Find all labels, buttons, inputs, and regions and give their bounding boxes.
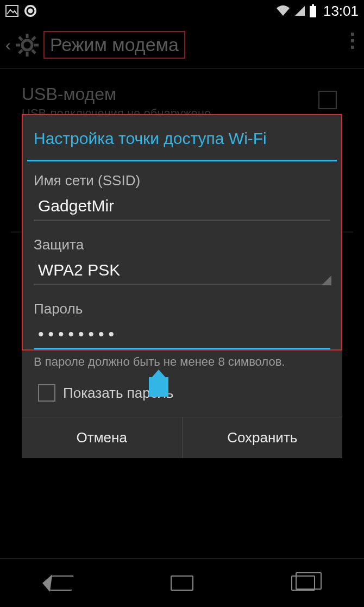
dialog-button-bar: Отмена Сохранить (22, 417, 342, 458)
signal-icon (294, 5, 306, 17)
wifi-icon (275, 5, 291, 17)
cancel-button[interactable]: Отмена (22, 417, 183, 458)
home-nav-icon (171, 575, 193, 591)
status-left-icons (5, 4, 37, 17)
security-label: Защита (34, 236, 330, 253)
password-hint: В пароле должно быть не менее 8 символов… (22, 351, 342, 371)
ssid-value: GadgetMir (38, 197, 114, 215)
ssid-label: Имя сети (SSID) (34, 172, 330, 189)
show-password-checkbox[interactable] (38, 384, 55, 402)
show-password-row[interactable]: Показать пароль (22, 371, 342, 417)
dropdown-corner-icon (322, 276, 331, 285)
svg-rect-3 (312, 4, 314, 6)
picture-icon (5, 5, 18, 17)
nav-recent-button[interactable] (273, 572, 333, 594)
nav-home-button[interactable] (152, 572, 212, 594)
svg-point-1 (24, 5, 36, 17)
security-field-section: Защита WPA2 PSK (23, 226, 341, 290)
save-button[interactable]: Сохранить (183, 417, 343, 458)
password-input[interactable]: •••••••• (34, 320, 330, 349)
nav-back-button[interactable] (31, 572, 91, 594)
security-spinner[interactable]: WPA2 PSK (34, 255, 330, 285)
navigation-bar (0, 558, 364, 607)
svg-rect-4 (310, 6, 316, 17)
password-masked-value: •••••••• (38, 325, 118, 343)
clock-text: 13:01 (323, 3, 359, 20)
security-value: WPA2 PSK (38, 261, 120, 279)
dialog-highlight-annotation: Настройка точки доступа Wi-Fi Имя сети (… (22, 114, 342, 351)
status-bar: 13:01 (0, 0, 364, 22)
status-right-icons: 13:01 (275, 3, 359, 20)
password-field-section: Пароль •••••••• (23, 290, 341, 349)
dialog-title: Настройка точки доступа Wi-Fi (23, 115, 341, 160)
app-circle-icon (24, 4, 37, 17)
recent-nav-icon (291, 575, 315, 591)
wifi-hotspot-dialog: Настройка точки доступа Wi-Fi Имя сети (… (22, 114, 342, 458)
ssid-input[interactable]: GadgetMir (34, 191, 330, 221)
ssid-field-section: Имя сети (SSID) GadgetMir (23, 161, 341, 226)
back-nav-icon (48, 575, 74, 591)
battery-icon (309, 4, 317, 17)
password-label: Пароль (34, 301, 330, 317)
